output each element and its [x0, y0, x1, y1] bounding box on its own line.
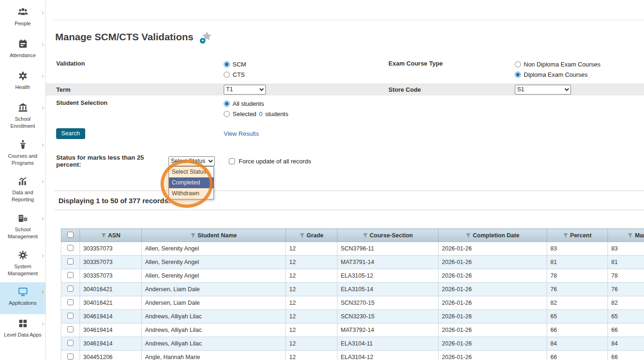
asn-link[interactable]: 304619414	[80, 337, 142, 351]
chevron-right-icon: ›	[42, 141, 44, 148]
asn-link[interactable]: 304619414	[80, 323, 142, 337]
sidebar-item-label: People	[15, 20, 30, 27]
non-diploma-radio-label: Non Diploma Exam Courses	[524, 61, 600, 68]
dropdown-option-withdrawn[interactable]: Withdrawn	[169, 188, 213, 199]
sidebar-item-people[interactable]: People ›	[0, 3, 45, 35]
header-asn[interactable]: ASN	[80, 229, 142, 242]
row-checkbox[interactable]	[67, 286, 73, 292]
asn-link[interactable]: 303357073	[80, 256, 142, 269]
store-code-select[interactable]: S1	[515, 85, 571, 95]
sidebar-item-data-and-reporting[interactable]: Data and Reporting ›	[0, 172, 45, 209]
add-favorite-plus-icon: +	[200, 38, 205, 44]
row-checkbox-cell	[61, 310, 80, 323]
sidebar-item-school-management[interactable]: School Management ›	[0, 209, 45, 246]
student-name-link[interactable]: Andersen, Liam Dale	[142, 296, 286, 310]
status-select[interactable]: Select Status	[168, 156, 215, 166]
asn-link[interactable]: 303357073	[80, 242, 142, 256]
selected-count-link[interactable]: 0	[259, 110, 263, 118]
diploma-radio[interactable]	[515, 72, 521, 78]
course-section-link[interactable]: ELA3104-12	[337, 351, 439, 360]
radio-selected-students[interactable]: Selected 0 students	[224, 109, 388, 119]
header-completion-date[interactable]: Completion Date	[439, 229, 547, 242]
view-results-link[interactable]: View Results	[224, 128, 259, 137]
sidebar-item-applications[interactable]: Applications ›	[0, 282, 45, 314]
sidebar-item-level-data-apps[interactable]: Level Data Apps ›	[0, 314, 45, 346]
asn-link[interactable]: 304016421	[80, 296, 142, 310]
student-name-link[interactable]: Angle, Hannah Marie	[142, 351, 286, 360]
radio-all-students[interactable]: All students	[224, 98, 388, 109]
header-course-section[interactable]: Course-Section	[337, 229, 439, 242]
sidebar-item-attendance[interactable]: Attendance ›	[0, 35, 45, 66]
table-row: 303357073 Allen, Serenity Angel 12 MAT37…	[61, 256, 644, 269]
row-checkbox[interactable]	[67, 340, 73, 346]
grade-cell: 12	[286, 337, 337, 351]
row-checkbox[interactable]	[67, 272, 73, 278]
student-name-link[interactable]: Andersen, Liam Dale	[142, 283, 286, 296]
chevron-right-icon: ›	[42, 288, 44, 295]
asn-link[interactable]: 304451206	[80, 351, 142, 360]
sidebar-item-school-enrollment[interactable]: School Enrollment ›	[0, 98, 45, 135]
sidebar-item-label: Health	[15, 84, 30, 91]
row-checkbox[interactable]	[67, 258, 73, 264]
row-checkbox[interactable]	[67, 326, 73, 332]
row-checkbox[interactable]	[67, 313, 73, 319]
asn-link[interactable]: 304619414	[80, 310, 142, 323]
course-section-link[interactable]: SCN3270-15	[337, 296, 439, 310]
radio-scm[interactable]: SCM	[224, 59, 388, 69]
cts-radio[interactable]	[224, 72, 230, 78]
row-checkbox[interactable]	[67, 353, 73, 360]
dropdown-option-select-status[interactable]: Select Status	[169, 167, 213, 177]
status-dropdown-list: Select Status Completed Withdrawn	[168, 166, 214, 199]
sidebar-item-health[interactable]: Health ›	[0, 66, 45, 98]
selected-prefix-label: Selected	[233, 110, 256, 118]
course-section-link[interactable]: ELA3105-12	[337, 269, 439, 283]
scm-radio[interactable]	[224, 61, 230, 67]
radio-cts[interactable]: CTS	[224, 69, 388, 80]
radio-diploma[interactable]: Diploma Exam Courses	[515, 69, 644, 80]
search-button[interactable]: Search	[56, 128, 85, 139]
sidebar-item-system-management[interactable]: System Management ›	[0, 246, 45, 283]
completion-date-cell: 2026-01-26	[439, 310, 547, 323]
student-name-link[interactable]: Allen, Serenity Angel	[142, 242, 286, 256]
header-mark[interactable]: Mark	[608, 229, 644, 242]
student-name-link[interactable]: Andrews, Alliyah Lilac	[142, 323, 286, 337]
completion-date-cell: 2026-01-26	[439, 351, 547, 360]
course-section-link[interactable]: ELA3105-14	[337, 283, 439, 296]
diploma-radio-label: Diploma Exam Courses	[524, 71, 588, 78]
course-section-link[interactable]: ELA3104-11	[337, 337, 439, 351]
sidebar-item-label: Courses and Programs	[3, 153, 43, 167]
row-checkbox[interactable]	[67, 245, 73, 251]
force-update-label: Force update of all records	[239, 158, 311, 165]
all-students-radio[interactable]	[224, 101, 230, 107]
row-checkbox[interactable]	[67, 299, 73, 305]
asn-link[interactable]: 303357073	[80, 269, 142, 283]
student-name-link[interactable]: Andrews, Alliyah Lilac	[142, 337, 286, 351]
student-name-link[interactable]: Allen, Serenity Angel	[142, 256, 286, 269]
select-all-checkbox[interactable]	[67, 232, 73, 238]
non-diploma-radio[interactable]	[515, 61, 521, 67]
dropdown-option-completed[interactable]: Completed	[169, 177, 213, 188]
course-section-link[interactable]: MAT3792-14	[337, 323, 439, 337]
radio-non-diploma[interactable]: Non Diploma Exam Courses	[515, 59, 644, 69]
sidebar-item-courses-and-programs[interactable]: Courses and Programs ›	[0, 135, 45, 172]
search-row: Search View Results	[46, 128, 644, 139]
asn-link[interactable]: 304016421	[80, 283, 142, 296]
course-section-link[interactable]: SCN3230-15	[337, 310, 439, 323]
force-update-checkbox[interactable]	[229, 158, 235, 164]
student-name-link[interactable]: Allen, Serenity Angel	[142, 269, 286, 283]
student-name-link[interactable]: Andrews, Alliyah Lilac	[142, 310, 286, 323]
favorite-star-icon[interactable]: +	[201, 30, 214, 43]
row-checkbox-cell	[61, 269, 80, 283]
course-section-link[interactable]: SCN3796-11	[337, 242, 439, 256]
header-percent[interactable]: Percent	[547, 229, 608, 242]
status-select-wrap: Select Status Select Status Completed Wi…	[168, 156, 215, 166]
header-grade[interactable]: Grade	[286, 229, 337, 242]
selected-students-radio[interactable]	[224, 111, 230, 117]
term-select[interactable]: T1	[224, 85, 266, 95]
completion-date-cell: 2026-01-26	[439, 242, 547, 256]
store-code-label: Store Code	[388, 86, 515, 93]
header-student-name[interactable]: Student Name	[142, 229, 286, 242]
course-section-link[interactable]: MAT3791-14	[337, 256, 439, 269]
force-update-option[interactable]: Force update of all records	[229, 158, 311, 165]
courses-and-programs-icon	[17, 139, 29, 150]
